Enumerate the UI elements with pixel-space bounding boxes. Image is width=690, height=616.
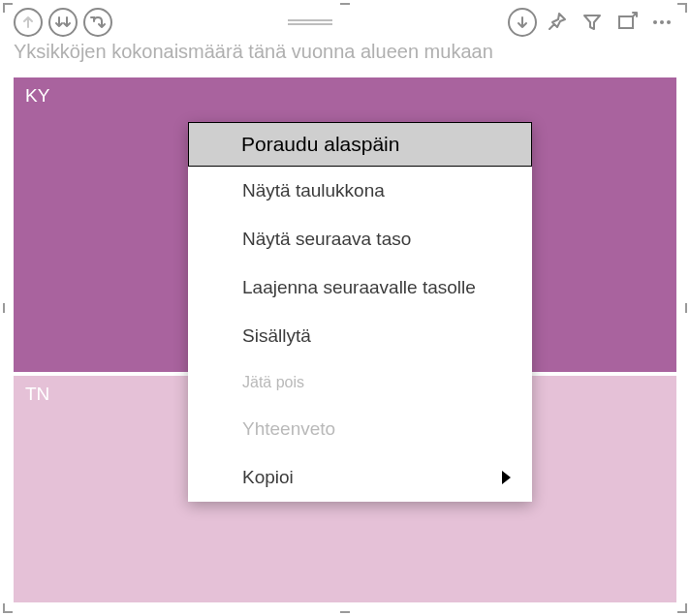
focus-mode-icon[interactable] [612,8,642,37]
menu-label: Poraudu alaspäin [241,133,399,155]
resize-handle-left[interactable] [3,303,5,313]
more-options-icon[interactable] [647,8,676,37]
menu-label: Näytä taulukkona [242,180,385,200]
resize-handle-right[interactable] [685,303,687,313]
menu-item-summarize: Yhteenveto [188,405,532,453]
resize-handle-bottom[interactable] [340,611,350,613]
menu-label: Jätä pois [242,374,304,390]
menu-item-show-as-table[interactable]: Näytä taulukkona [188,167,532,215]
menu-item-expand-next-level[interactable]: Laajenna seuraavalle tasolle [188,263,532,312]
menu-label: Yhteenveto [242,418,335,439]
svg-rect-2 [619,16,633,28]
menu-label: Laajenna seuraavalle tasolle [242,277,476,297]
menu-label: Kopioi [242,467,294,487]
drag-grip-icon[interactable] [286,15,334,29]
pin-icon[interactable] [543,8,572,37]
svg-point-3 [653,20,657,24]
context-menu: Poraudu alaspäin Näytä taulukkona Näytä … [188,122,532,502]
tile-label: TN [25,384,49,404]
menu-item-show-next-level[interactable]: Näytä seuraava taso [188,215,532,263]
tile-label: KY [25,85,49,106]
menu-item-include[interactable]: Sisällytä [188,312,532,360]
visual-toolbar [14,8,676,37]
menu-label: Näytä seuraava taso [242,229,411,249]
drill-down-all-icon[interactable] [48,8,78,37]
menu-item-exclude: Jätä pois [188,360,532,405]
visual-title: Yksikköjen kokonaismäärä tänä vuonna alu… [14,41,676,63]
filter-icon[interactable] [578,8,607,37]
resize-handle-br[interactable] [677,603,687,613]
svg-point-5 [667,20,671,24]
chevron-right-icon [502,471,511,484]
drill-up-icon[interactable] [14,8,43,37]
expand-all-down-icon[interactable] [83,8,112,37]
resize-handle-top[interactable] [340,3,350,5]
resize-handle-bl[interactable] [3,603,13,613]
menu-item-drill-down[interactable]: Poraudu alaspäin [188,122,532,167]
resize-handle-tl[interactable] [3,3,13,13]
resize-handle-tr[interactable] [677,3,687,13]
menu-item-copy[interactable]: Kopioi [188,453,532,502]
svg-point-4 [660,20,664,24]
drill-mode-icon[interactable] [508,8,537,37]
menu-label: Sisällytä [242,325,311,346]
